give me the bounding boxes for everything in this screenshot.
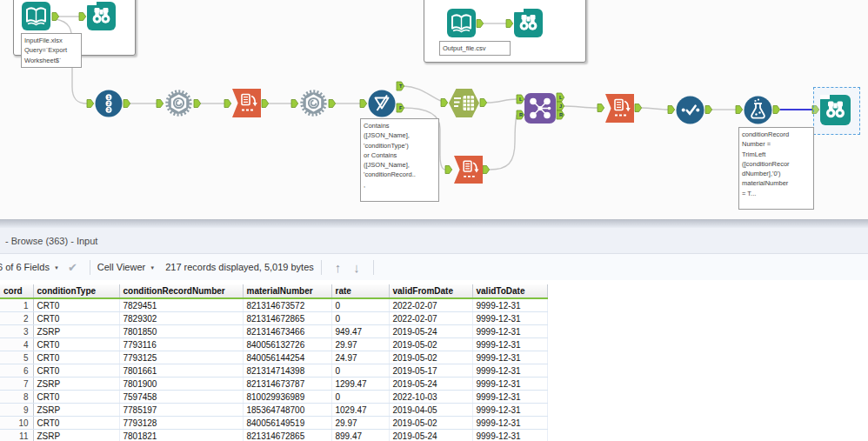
data-cell[interactable]: 0 [331, 364, 389, 378]
column-header-materialNumber[interactable]: materialNumber [243, 284, 331, 298]
input-anchor[interactable] [736, 106, 743, 114]
connection-wire[interactable] [490, 115, 517, 170]
data-cell[interactable]: 821314672865 [243, 430, 331, 441]
join-tool[interactable] [524, 93, 556, 124]
scroll-up-icon[interactable]: ↑ [335, 260, 342, 275]
data-cell[interactable]: 9999-12-31 [472, 298, 547, 312]
input-data-tool-2[interactable] [447, 9, 476, 37]
data-cell[interactable]: 7793125 [119, 351, 243, 364]
annotation-formula-expression[interactable]: conditionRecord Number = TrimLeft ([cond… [738, 127, 814, 210]
data-cell[interactable]: 840056149519 [243, 417, 331, 430]
row-number-cell[interactable]: 3 [0, 325, 33, 338]
table-row[interactable]: 8CRT0759745881002993698902022-10-039999-… [0, 391, 547, 404]
row-number-cell[interactable]: 1 [0, 298, 33, 312]
row-number-cell[interactable]: 5 [0, 351, 33, 364]
chevron-down-icon[interactable]: ▼ [54, 265, 59, 271]
data-cell[interactable]: 9999-12-31 [472, 378, 547, 391]
data-cell[interactable]: 9999-12-31 [472, 312, 547, 325]
data-cell[interactable]: CRT0 [33, 351, 119, 364]
data-cell[interactable]: 29.97 [331, 338, 389, 351]
data-cell[interactable]: 7793128 [119, 417, 243, 430]
input-anchor[interactable] [668, 106, 675, 114]
table-row[interactable]: 3ZSRP7801850821314673466949.472019-05-24… [0, 325, 547, 338]
data-cell[interactable]: 899.47 [331, 430, 389, 441]
data-cell[interactable]: 2022-02-07 [389, 298, 472, 312]
browse-tool-3[interactable] [820, 95, 851, 125]
formula-tool[interactable] [744, 96, 772, 124]
column-header-cord[interactable]: cord [0, 284, 33, 298]
data-cell[interactable]: 2019-05-24 [389, 430, 472, 441]
input-anchor[interactable]: R [517, 110, 524, 119]
data-cell[interactable]: ZSRP [33, 325, 119, 338]
column-header-validFromDate[interactable]: validFromDate [389, 284, 472, 298]
data-cell[interactable]: 2019-04-05 [389, 404, 472, 417]
input-anchor[interactable] [79, 13, 86, 21]
table-row[interactable]: 2CRT0782930282131467286502022-02-079999-… [0, 312, 547, 325]
select-tool[interactable] [676, 96, 704, 124]
data-cell[interactable]: 821314673572 [243, 298, 331, 312]
output-anchor[interactable] [124, 100, 130, 108]
record-id-tool[interactable]: 123 [95, 90, 123, 117]
data-cell[interactable]: 9999-12-31 [472, 391, 547, 404]
data-cell[interactable]: CRT0 [33, 298, 119, 312]
input-anchor[interactable] [157, 100, 164, 108]
data-cell[interactable]: 29.97 [331, 417, 389, 430]
data-cell[interactable]: 7793116 [119, 338, 243, 351]
input-anchor[interactable] [598, 104, 604, 112]
column-header-rate[interactable]: rate [331, 284, 389, 298]
table-row[interactable]: 7ZSRP78019008213146737871299.472019-05-2… [0, 378, 547, 391]
input-anchor[interactable]: L [517, 95, 524, 104]
output-anchor[interactable] [194, 100, 201, 108]
data-cell[interactable]: 821314673787 [243, 378, 331, 391]
data-cell[interactable]: 2019-05-02 [389, 338, 472, 351]
data-cell[interactable]: ZSRP [33, 404, 119, 417]
filter-tool[interactable] [368, 90, 396, 117]
input-anchor[interactable] [360, 100, 367, 108]
column-header-conditionRecordNumber[interactable]: conditionRecordNumber [119, 284, 243, 298]
data-cell[interactable]: CRT0 [33, 391, 119, 404]
output-anchor[interactable]: L [557, 93, 564, 102]
macro-tool-2[interactable] [299, 89, 328, 117]
data-cell[interactable]: 24.97 [331, 351, 389, 364]
data-cell[interactable]: 9999-12-31 [472, 325, 547, 338]
connection-wire[interactable] [642, 108, 668, 110]
output-anchor[interactable]: R [557, 110, 564, 119]
apply-check-icon[interactable]: ✔ [68, 261, 77, 274]
annotation-output-file[interactable]: Output_file.csv [439, 41, 511, 56]
row-number-cell[interactable]: 8 [0, 391, 33, 404]
data-cell[interactable]: 821314672865 [243, 312, 331, 325]
data-cell[interactable]: 9999-12-31 [472, 338, 547, 351]
data-cell[interactable]: 840056132726 [243, 338, 331, 351]
workflow-canvas[interactable]: TFLRLJR [0, 0, 868, 219]
data-cell[interactable]: 185364748700 [243, 404, 331, 417]
data-cell[interactable]: 7801821 [119, 430, 243, 441]
output-anchor[interactable] [480, 99, 487, 107]
data-cell[interactable]: 2022-10-03 [389, 391, 472, 404]
table-row[interactable]: 6CRT0780166182131471439802019-05-179999-… [0, 364, 547, 378]
data-cell[interactable]: 0 [331, 298, 389, 312]
column-header-validToDate[interactable]: validToDate [472, 284, 547, 298]
connection-wire[interactable] [404, 86, 441, 101]
row-number-cell[interactable]: 9 [0, 404, 33, 417]
annotation-filter-expression[interactable]: Contains ([JSON_Name], 'conditionType') … [360, 118, 439, 202]
column-header-conditionType[interactable]: conditionType [33, 284, 119, 298]
data-cell[interactable]: 2019-05-24 [389, 325, 472, 338]
data-cell[interactable]: CRT0 [33, 417, 119, 430]
data-cell[interactable]: 9999-12-31 [472, 404, 547, 417]
table-row[interactable]: 4CRT0779311684005613272629.972019-05-029… [0, 338, 547, 351]
row-number-cell[interactable]: 6 [0, 364, 33, 378]
output-anchor[interactable] [329, 100, 336, 108]
connection-wire[interactable] [487, 99, 517, 103]
output-anchor[interactable] [477, 20, 484, 28]
data-cell[interactable]: 2022-02-07 [389, 312, 472, 325]
data-cell[interactable]: 840056144254 [243, 351, 331, 364]
data-cell[interactable]: 2019-05-17 [389, 364, 472, 378]
data-cell[interactable]: 1029.47 [331, 404, 389, 417]
data-cell[interactable]: 810029936989 [243, 391, 331, 404]
input-data-tool-1[interactable] [22, 2, 50, 30]
data-cell[interactable]: 949.47 [331, 325, 389, 338]
input-anchor[interactable] [291, 100, 298, 108]
data-cell[interactable]: 2019-05-02 [389, 351, 472, 364]
data-cell[interactable]: 2019-05-02 [389, 417, 472, 430]
data-cell[interactable]: 9999-12-31 [472, 351, 547, 364]
